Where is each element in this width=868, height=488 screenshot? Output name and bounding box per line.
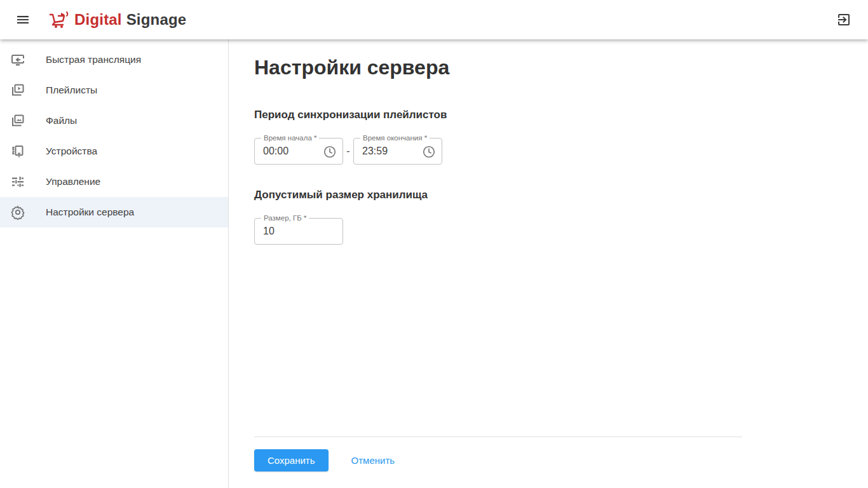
sidebar-item-label: Плейлисты bbox=[46, 85, 97, 96]
sidebar-item-server-settings[interactable]: Настройки сервера bbox=[0, 197, 228, 227]
sync-period-fields: Время начала * - Время окончания * bbox=[254, 138, 868, 165]
form-footer: Сохранить Отменить bbox=[254, 437, 868, 488]
playlists-icon bbox=[10, 83, 25, 98]
sidebar-item-label: Быстрая трансляция bbox=[46, 54, 141, 65]
cart-broadcast-icon bbox=[48, 10, 70, 29]
time-range-separator: - bbox=[343, 146, 353, 157]
sidebar-item-files[interactable]: Файлы bbox=[0, 105, 228, 136]
sidebar-item-devices[interactable]: Устройства bbox=[0, 136, 228, 166]
quick-broadcast-icon bbox=[10, 52, 25, 67]
section-heading-sync-period: Период синхронизации плейлистов bbox=[254, 109, 868, 121]
brand-logo[interactable]: Digital Signage bbox=[48, 10, 186, 29]
exit-icon[interactable] bbox=[834, 10, 854, 30]
sidebar-item-quick-broadcast[interactable]: Быстрая трансляция bbox=[0, 44, 228, 75]
end-time-label: Время окончания * bbox=[360, 134, 430, 142]
page-title: Настройки сервера bbox=[254, 56, 868, 79]
start-time-label: Время начала * bbox=[261, 134, 319, 142]
sidebar-item-label: Настройки сервера bbox=[46, 207, 134, 218]
management-icon bbox=[10, 174, 25, 189]
sidebar-item-label: Управление bbox=[46, 176, 100, 187]
clock-icon[interactable] bbox=[322, 144, 337, 159]
section-heading-storage-size: Допустимый размер хранилища bbox=[254, 189, 868, 201]
save-button[interactable]: Сохранить bbox=[254, 449, 329, 471]
brand-name: Digital Signage bbox=[74, 11, 186, 29]
app-header: Digital Signage bbox=[0, 0, 868, 39]
cancel-button[interactable]: Отменить bbox=[344, 449, 403, 471]
settings-gear-icon bbox=[10, 205, 25, 220]
main-content: Настройки сервера Период синхронизации п… bbox=[229, 39, 868, 488]
sidebar-item-playlists[interactable]: Плейлисты bbox=[0, 75, 228, 105]
footer-buttons: Сохранить Отменить bbox=[254, 449, 868, 471]
storage-size-field: Размер, ГБ * bbox=[254, 218, 343, 245]
sidebar-item-label: Устройства bbox=[46, 146, 97, 157]
sidebar-item-label: Файлы bbox=[46, 115, 77, 126]
hamburger-menu-icon[interactable] bbox=[13, 10, 33, 30]
devices-icon bbox=[10, 144, 25, 159]
files-icon bbox=[10, 113, 25, 128]
storage-size-input[interactable] bbox=[255, 219, 342, 244]
start-time-field: Время начала * bbox=[254, 138, 343, 165]
sidebar-item-management[interactable]: Управление bbox=[0, 166, 228, 197]
sidebar: Быстрая трансляция Плейлисты Файлы bbox=[0, 39, 229, 488]
end-time-field: Время окончания * bbox=[353, 138, 442, 165]
storage-size-label: Размер, ГБ * bbox=[261, 214, 309, 222]
clock-icon[interactable] bbox=[421, 144, 437, 159]
footer-divider bbox=[254, 437, 742, 437]
storage-size-fields: Размер, ГБ * bbox=[254, 218, 868, 245]
